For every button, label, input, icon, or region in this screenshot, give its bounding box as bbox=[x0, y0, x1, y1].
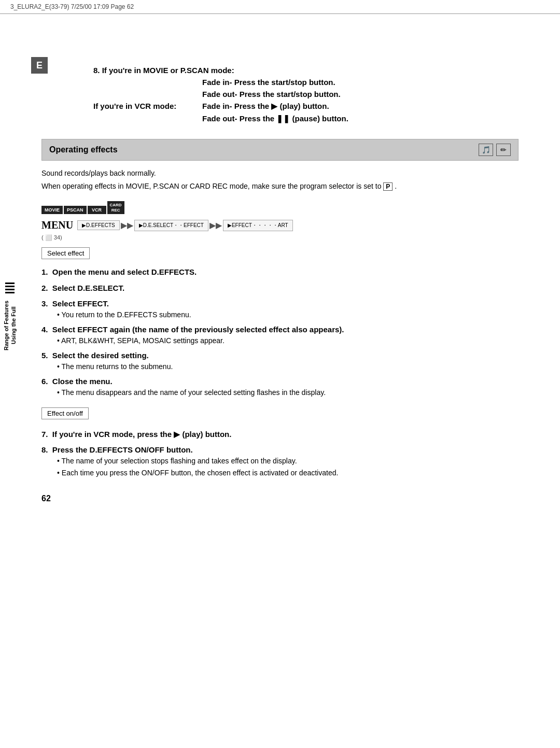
menu-word: MENU bbox=[41, 219, 73, 231]
header-text: 3_ELURA2_E(33-79) 7/25/00 17:09 Page 62 bbox=[10, 3, 134, 10]
steps-list: 1. Open the menu and select D.EFFECTS. 2… bbox=[41, 266, 519, 398]
step-8: 8. Press the D.EFFECTS ON/OFF button. Th… bbox=[41, 444, 519, 478]
menu-row: MENU ▶D.EFFECTS ▶▶ ▶D.E.SELECT・・EFFECT ▶… bbox=[41, 219, 519, 231]
menu-step-1: ▶D.EFFECTS bbox=[77, 220, 120, 230]
step-6: 6. Close the menu. The menu disappears a… bbox=[41, 376, 519, 398]
page-content: 8. If you're in MOVIE or P.SCAN mode: Fa… bbox=[0, 14, 560, 534]
fade-row2-label: If you're in VCR mode: bbox=[93, 102, 202, 110]
fade-desc-2a: Fade in- Press the ▶ (play) button. bbox=[202, 102, 329, 111]
play-symbol-2: ▶ (play) button. bbox=[174, 430, 231, 439]
step-4: 4. Select EFFECT again (the name of the … bbox=[41, 324, 519, 346]
fade-row-1: 8. If you're in MOVIE or P.SCAN mode: bbox=[93, 66, 519, 75]
menu-step-3: ▶EFFECT・・・・・ART bbox=[223, 220, 293, 231]
step-4-sub: ART, BLK&WHT, SEPIA, MOSAIC settings app… bbox=[57, 336, 519, 346]
mode-btn-vcr: VCR bbox=[88, 206, 106, 214]
icons-right: 🎵 ✏ bbox=[479, 144, 511, 156]
fade-desc-1a: Fade in- Press the start/stop button. bbox=[202, 78, 335, 87]
fade-row1-label: 8. If you're in MOVIE or P.SCAN mode: bbox=[93, 66, 234, 75]
pen-icon: ✏ bbox=[496, 144, 511, 156]
select-effect-box: Select effect bbox=[41, 247, 90, 259]
step-1: 1. Open the menu and select D.EFFECTS. bbox=[41, 266, 519, 278]
operating-effects-bar: Operating effects 🎵 ✏ bbox=[41, 139, 519, 161]
steps-list-2: 7. If you're in VCR mode, press the ▶ (p… bbox=[41, 429, 519, 478]
menu-arrow-1: ▶▶ bbox=[121, 220, 133, 230]
fade-desc-2b: Fade out- Press the ❚❚ (pause) button. bbox=[202, 114, 348, 123]
body-text-2: When operating effects in MOVIE, P.SCAN … bbox=[41, 181, 519, 192]
body-text-1: Sound records/plays back normally. bbox=[41, 168, 519, 179]
step-6-sub: The menu disappears and the name of your… bbox=[57, 388, 519, 398]
menu-step-2: ▶D.E.SELECT・・EFFECT bbox=[134, 220, 208, 231]
menu-arrow-2: ▶▶ bbox=[209, 220, 222, 230]
operating-effects-title: Operating effects bbox=[49, 145, 118, 154]
menu-ref: ( ⬜ 34) bbox=[41, 234, 519, 241]
pause-icon: ❚❚ bbox=[276, 114, 292, 123]
fade-section: 8. If you're in MOVIE or P.SCAN mode: Fa… bbox=[93, 66, 519, 123]
fade-row-1b: Fade out- Press the start/stop button. bbox=[202, 90, 519, 98]
mode-btn-card: CARDREC bbox=[107, 201, 124, 214]
step-8-sub-1: The name of your selection stops flashin… bbox=[57, 456, 519, 467]
mode-buttons: MOVIE PSCAN VCR CARDREC bbox=[41, 201, 519, 214]
play-icon: ▶ bbox=[271, 102, 279, 110]
fade-row-2b: Fade out- Press the ❚❚ (pause) button. bbox=[202, 114, 519, 123]
step-5: 5. Select the desired setting. The menu … bbox=[41, 350, 519, 372]
fade-row-2: If you're in VCR mode: Fade in- Press th… bbox=[93, 102, 519, 111]
fade-row-1a: Fade in- Press the start/stop button. bbox=[202, 78, 519, 87]
step-8-sub-2: Each time you press the ON/OFF button, t… bbox=[57, 468, 519, 478]
effect-onoff-box: Effect on/off bbox=[41, 407, 89, 419]
fade-desc-1b: Fade out- Press the start/stop button. bbox=[202, 90, 341, 98]
p-symbol: P bbox=[383, 182, 393, 191]
step-3-sub: You return to the D.EFFECTS submenu. bbox=[57, 310, 519, 320]
step-3: 3. Select EFFECT. You return to the D.EF… bbox=[41, 298, 519, 320]
step-2: 2. Select D.E.SELECT. bbox=[41, 283, 519, 294]
step-7: 7. If you're in VCR mode, press the ▶ (p… bbox=[41, 429, 519, 441]
page-number: 62 bbox=[41, 494, 519, 503]
mode-btn-pscan: PSCAN bbox=[64, 206, 87, 214]
step-5-sub: The menu returns to the submenu. bbox=[57, 362, 519, 372]
music-icon: 🎵 bbox=[479, 144, 493, 156]
page-header: 3_ELURA2_E(33-79) 7/25/00 17:09 Page 62 bbox=[0, 0, 560, 14]
mode-btn-movie: MOVIE bbox=[41, 206, 63, 214]
